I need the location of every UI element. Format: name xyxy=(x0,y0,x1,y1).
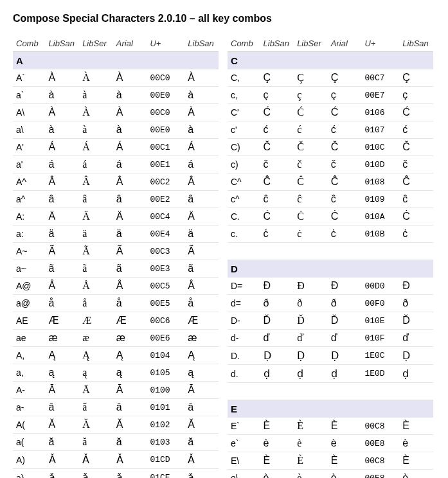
cell-comb: A~ xyxy=(13,243,46,260)
table-row: E\ÈÈÈ00C8È xyxy=(228,452,433,470)
cell-libser: Ç xyxy=(294,69,328,87)
cell-uplus: 010C xyxy=(361,139,399,156)
cell-libsan: Ã xyxy=(46,243,80,260)
col-libser: LibSer xyxy=(79,35,113,52)
cell-comb: c) xyxy=(228,156,260,173)
cell-libsan: æ xyxy=(46,330,80,347)
cell-comb: C' xyxy=(228,104,260,121)
cell-arial: ð xyxy=(328,295,362,312)
cell-comb: A) xyxy=(13,451,46,469)
cell-uplus: 00E8 xyxy=(361,470,399,479)
cell-libsan: ä xyxy=(46,226,80,243)
cell-arial: æ xyxy=(113,330,147,347)
cell-libsan2: à xyxy=(184,87,219,104)
header-row: Comb LibSan LibSer Arial U+ LibSan xyxy=(13,35,219,52)
cell-libsan: À xyxy=(46,104,80,121)
cell-libser: ą xyxy=(79,364,113,382)
cell-libser: Č xyxy=(294,139,328,156)
cell-libsan2: ã xyxy=(184,260,219,278)
cell-uplus: 00C8 xyxy=(361,418,399,435)
cell-libsan2: à xyxy=(184,121,219,139)
table-row: A`ÀÀÀ00C0À xyxy=(13,69,219,87)
cell-arial: á xyxy=(113,156,147,173)
cell-libsan: È xyxy=(260,452,294,470)
cell-libsan: ḍ xyxy=(260,365,294,383)
cell-libsan: Á xyxy=(46,139,80,156)
table-row: C)ČČČ010CČ xyxy=(228,139,433,156)
table-row: d.ḍḍḍ1E0Dḍ xyxy=(228,365,433,383)
table-row: c^ĉĉĉ0109ĉ xyxy=(228,191,433,208)
blank-row xyxy=(228,383,433,400)
cell-uplus: 0100 xyxy=(147,382,184,399)
cell-comb: a\ xyxy=(13,121,46,139)
table-row: c.ċċċ010Bċ xyxy=(228,226,433,243)
cell-uplus: 0104 xyxy=(147,347,184,364)
cell-arial: ć xyxy=(328,121,362,139)
cell-comb: C. xyxy=(228,208,260,226)
cell-libser: è xyxy=(294,435,328,452)
cell-libsan2: ā xyxy=(184,399,219,416)
cell-libsan2: À xyxy=(184,104,219,121)
table-row: e\èèè00E8è xyxy=(228,470,433,479)
table-row: A^ÂÂÂ00C2Â xyxy=(13,173,219,191)
cell-comb: A: xyxy=(13,208,46,226)
cell-libser: Ā xyxy=(79,382,113,399)
table-row: d=ððð00F0ð xyxy=(228,295,433,312)
col-uplus: U+ xyxy=(361,35,399,52)
table-row: a)ǎǎǎ01CEǎ xyxy=(13,469,219,479)
table-row: E`ÈÈÈ00C8È xyxy=(228,418,433,435)
cell-uplus: 00E0 xyxy=(147,87,184,104)
col-libsan: LibSan xyxy=(46,35,80,52)
cell-libsan: à xyxy=(46,121,80,139)
cell-libser: ã xyxy=(79,260,113,278)
page-title: Compose Special Characters 2.0.10 – all … xyxy=(13,13,435,24)
table-row: AEÆÆÆ00C6Æ xyxy=(13,312,219,330)
cell-libsan: Đ xyxy=(260,278,294,295)
cell-libsan2: Ď xyxy=(399,312,433,330)
cell-comb: c' xyxy=(228,121,260,139)
cell-libsan: Ǎ xyxy=(46,451,80,469)
left-table: Comb LibSan LibSer Arial U+ LibSan AA`ÀÀ… xyxy=(13,35,219,478)
cell-libser: æ xyxy=(79,330,113,347)
cell-libsan: Æ xyxy=(46,312,80,330)
cell-comb: A' xyxy=(13,139,46,156)
cell-libsan: Å xyxy=(46,278,80,295)
cell-arial: å xyxy=(113,295,147,312)
cell-comb: a) xyxy=(13,469,46,479)
table-row: D.ḌḌḌ1E0CḌ xyxy=(228,347,433,365)
cell-comb: AE xyxy=(13,312,46,330)
cell-comb: a@ xyxy=(13,295,46,312)
cell-arial: Đ xyxy=(328,278,362,295)
cell-libsan2: â xyxy=(184,191,219,208)
cell-libsan2: Ç xyxy=(399,69,433,87)
cell-arial: è xyxy=(328,470,362,479)
cell-libser: ç xyxy=(294,87,328,104)
cell-uplus: 00C1 xyxy=(147,139,184,156)
cell-arial: Ċ xyxy=(328,208,362,226)
cell-comb: D- xyxy=(228,312,260,330)
cell-arial: Ä xyxy=(113,208,147,226)
cell-comb: e` xyxy=(228,435,260,452)
cell-libsan: Ç xyxy=(260,69,294,87)
table-row: A,ĄĄĄ0104Ą xyxy=(13,347,219,364)
cell-libsan2: ć xyxy=(399,121,433,139)
cell-libser: ä xyxy=(79,226,113,243)
cell-comb: d= xyxy=(228,295,260,312)
cell-comb: A` xyxy=(13,69,46,87)
cell-libsan: è xyxy=(260,470,294,479)
col-comb: Comb xyxy=(13,35,46,52)
col-libsan2: LibSan xyxy=(399,35,433,52)
cell-uplus: 00C2 xyxy=(147,173,184,191)
cell-arial: à xyxy=(113,121,147,139)
cell-libsan2: ð xyxy=(399,295,433,312)
cell-arial: Ĉ xyxy=(328,173,362,191)
cell-libsan: Ą xyxy=(46,347,80,364)
cell-uplus: 00E2 xyxy=(147,191,184,208)
cell-arial: ḍ xyxy=(328,365,362,383)
cell-uplus: 00C3 xyxy=(147,243,184,260)
cell-libsan2: ç xyxy=(399,87,433,104)
cell-libsan: È xyxy=(260,418,294,435)
cell-libsan: Ć xyxy=(260,104,294,121)
cell-arial: ċ xyxy=(328,226,362,243)
cell-arial: Ď xyxy=(328,312,362,330)
